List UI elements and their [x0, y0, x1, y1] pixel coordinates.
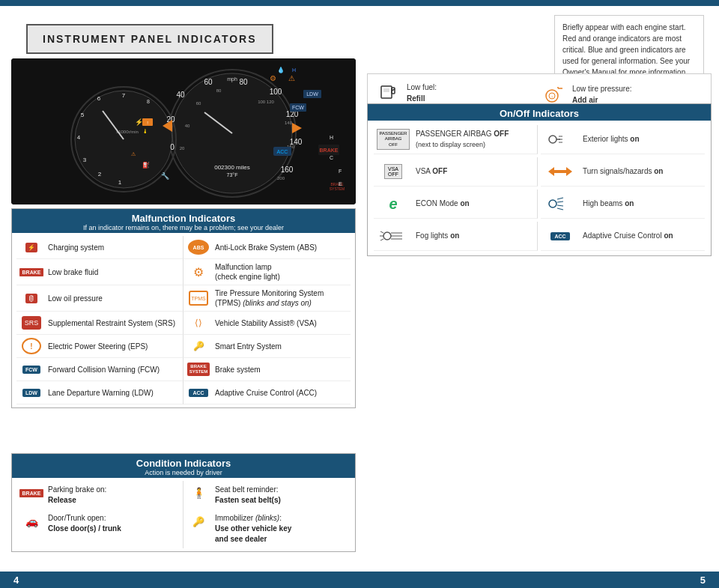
- svg-text:100: 100: [270, 88, 282, 96]
- fcw-icon: FCW: [19, 361, 43, 378]
- condition-title: Condition Indicators: [12, 458, 355, 469]
- svg-text:FCW: FCW: [292, 105, 304, 110]
- parking-brake-icon: BRAKE: [19, 485, 43, 501]
- condition-immobilizer: 🔑 Immobilizer (blinks):Use other vehicle…: [183, 509, 351, 548]
- svg-line-83: [557, 208, 563, 210]
- refill-tire: ! Low tire pressure:Add air: [542, 83, 631, 106]
- left-panel: INSTRUMENT PANEL INDICATORS 7 6 5 4 3 2 …: [11, 6, 356, 572]
- onoff-fog: Fog lights on: [374, 222, 538, 251]
- svg-text:ACC: ACC: [277, 149, 288, 154]
- svg-text:E: E: [339, 181, 342, 187]
- condition-header: Condition Indicators Action is needed by…: [12, 454, 355, 478]
- svg-text:C: C: [330, 155, 333, 160]
- svg-point-84: [383, 232, 391, 240]
- dashboard-svg: 7 6 5 4 3 2 1 8 x1000r/min 80 mph 100 12…: [11, 58, 356, 204]
- svg-text:20: 20: [180, 146, 185, 151]
- indicator-fcw: FCW Forward Collision Warning (FCW): [16, 358, 183, 381]
- ext-lights-icon: [544, 129, 577, 150]
- svg-text:⚠: ⚠: [288, 74, 295, 82]
- indicator-smart-entry: 🔑 Smart Entry System: [183, 335, 351, 358]
- svg-point-79: [549, 200, 556, 207]
- svg-line-81: [557, 201, 563, 202]
- svg-text:100 120: 100 120: [258, 100, 274, 104]
- onoff-highbeam: High beams on: [541, 190, 705, 219]
- vsa-icon: ⟨⟩: [186, 315, 210, 331]
- door-icon: 🚗: [19, 513, 43, 530]
- right-panel: Briefly appear with each engine start. R…: [367, 6, 712, 572]
- svg-text:⚠: ⚠: [131, 151, 136, 157]
- condition-grid: BRAKE Parking brake on:Release 🧍 Seat be…: [12, 478, 355, 551]
- page-num-right: 5: [694, 573, 712, 587]
- svg-text:60: 60: [204, 78, 213, 86]
- onoff-header: On/Off Indicators: [368, 104, 711, 121]
- svg-text:H: H: [330, 135, 333, 140]
- svg-text:⛽: ⛽: [142, 161, 150, 169]
- econ-icon: e: [377, 193, 410, 214]
- tpms-icon: TPMS: [186, 290, 210, 306]
- onoff-acc: ACC Adaptive Cruise Control on: [541, 222, 705, 251]
- indicator-brake-system: BRAKESYSTEM Brake system: [183, 358, 351, 381]
- svg-line-87: [380, 239, 383, 240]
- svg-text:8: 8: [147, 99, 150, 104]
- indicator-charging: ⚡ Charging system: [16, 236, 183, 259]
- svg-line-80: [557, 198, 563, 199]
- svg-text:H: H: [292, 67, 296, 73]
- bottom-bar: 4 5: [0, 572, 719, 588]
- onoff-econ: e ECON Mode on: [374, 190, 538, 219]
- svg-text:F: F: [339, 169, 342, 174]
- brake-system-icon: BRAKESYSTEM: [186, 361, 210, 378]
- svg-text:⚡: ⚡: [135, 118, 144, 127]
- onoff-section: On/Off Indicators PASSENGERAIRBAGOFF PAS…: [367, 103, 712, 256]
- svg-text:73°F: 73°F: [227, 172, 238, 178]
- svg-text:3: 3: [83, 157, 87, 163]
- airbag-off-icon: PASSENGERAIRBAGOFF: [377, 129, 410, 150]
- svg-text:⚙: ⚙: [270, 74, 276, 82]
- svg-text:40: 40: [185, 124, 190, 128]
- refill-fuel: Low fuel:Refill: [377, 82, 536, 104]
- abs-icon: ABS: [186, 239, 210, 255]
- svg-text:BRAKE: BRAKE: [320, 148, 339, 153]
- svg-text:🔧: 🔧: [161, 172, 170, 181]
- title-box: INSTRUMENT PANEL INDICATORS: [26, 24, 273, 54]
- immobilizer-icon: 🔑: [186, 513, 210, 530]
- malfunction-title: Malfunction Indicators: [12, 213, 355, 224]
- svg-rect-64: [383, 88, 389, 92]
- page-title: INSTRUMENT PANEL INDICATORS: [43, 33, 257, 45]
- condition-seatbelt: 🧍 Seat belt reminder:Fasten seat belt(s): [183, 481, 351, 509]
- onoff-turn-signal: Turn signals/hazards on: [541, 157, 705, 187]
- turn-signal-icon: [544, 161, 577, 182]
- svg-point-72: [549, 136, 556, 143]
- onoff-title: On/Off Indicators: [368, 108, 711, 119]
- svg-text:40: 40: [176, 91, 185, 99]
- svg-text:7: 7: [122, 92, 126, 99]
- malfunction-grid: ⚡ Charging system ABS Anti-Lock Brake Sy…: [12, 233, 355, 407]
- eps-icon: !: [19, 338, 43, 354]
- charging-icon: ⚡: [19, 239, 43, 255]
- svg-marker-78: [560, 167, 572, 176]
- indicator-srs: SRS Supplemental Restraint System (SRS): [16, 312, 183, 335]
- svg-text:140: 140: [285, 121, 293, 125]
- malfunction-indicators-section: Malfunction Indicators If an indicator r…: [11, 208, 356, 408]
- svg-text:💧: 💧: [277, 66, 285, 73]
- indicator-vsa: ⟨⟩ Vehicle Stability Assist® (VSA): [183, 312, 351, 335]
- onoff-airbag: PASSENGERAIRBAGOFF PASSENGER AIRBAG OFF(…: [374, 125, 538, 154]
- indicator-abs: ABS Anti-Lock Brake System (ABS): [183, 236, 351, 259]
- svg-text:6: 6: [97, 95, 101, 102]
- page-num-left: 4: [7, 573, 25, 587]
- fog-icon: [377, 225, 410, 246]
- svg-text:5: 5: [81, 112, 85, 118]
- svg-text:0: 0: [170, 143, 175, 151]
- indicator-acc: ACC Adaptive Cruise Control (ACC): [183, 381, 351, 404]
- svg-line-85: [380, 231, 383, 233]
- acc-on-icon: ACC: [544, 225, 577, 246]
- svg-marker-77: [548, 167, 560, 176]
- onoff-ext-lights: Exterior lights on: [541, 125, 705, 154]
- smart-entry-icon: 🔑: [186, 338, 210, 354]
- indicator-eps: ! Electric Power Steering (EPS): [16, 335, 183, 358]
- condition-indicators-section: Condition Indicators Action is needed by…: [11, 453, 356, 552]
- svg-text:2: 2: [98, 171, 102, 178]
- indicator-tpms: TPMS Tire Pressure Monitoring System (TP…: [183, 285, 351, 312]
- ldw-icon: LDW: [19, 384, 43, 401]
- highbeam-icon: [544, 193, 577, 214]
- onoff-vsa: VSAOFF VSA OFF: [374, 157, 538, 187]
